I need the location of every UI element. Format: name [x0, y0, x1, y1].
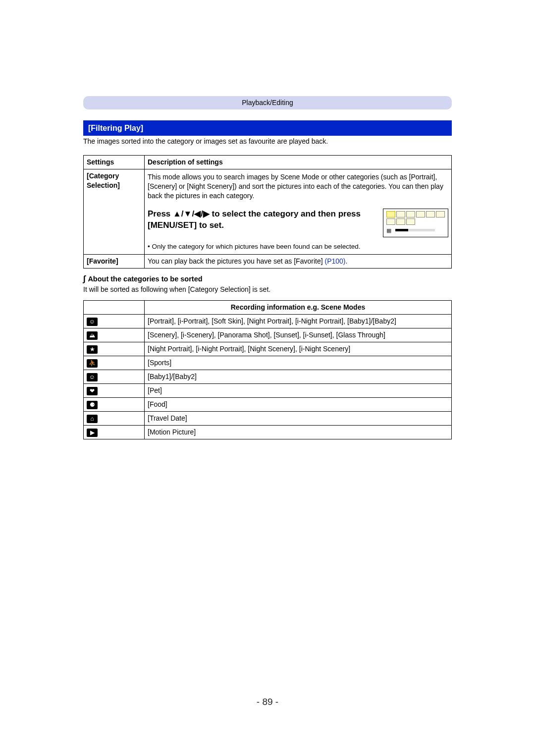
category-selection-preview: ▦: [383, 209, 448, 237]
table-row: ★[Night Portrait], [i-Night Portrait], […: [84, 342, 452, 356]
table-row: ⛰[Scenery], [i-Scenery], [Panorama Shot]…: [84, 328, 452, 342]
settings-head-settings: Settings: [84, 156, 145, 169]
favorite-desc: You can play back the pictures you have …: [145, 255, 452, 269]
category-selection-desc: This mode allows you to search images by…: [145, 169, 452, 255]
scenery-icon: ⛰: [87, 331, 98, 340]
category-icon-cell: ⚈: [84, 397, 145, 411]
table-row: ⛹[Sports]: [84, 356, 452, 370]
favorite-label: [Favorite]: [84, 255, 145, 269]
category-desc-cell: [Travel Date]: [145, 411, 452, 425]
category-icon-cell: ❤: [84, 383, 145, 397]
category-desc-cell: [Baby1]/[Baby2]: [145, 370, 452, 383]
settings-head-description: Description of settings: [145, 156, 452, 169]
table-row: ⌂[Travel Date]: [84, 411, 452, 425]
breadcrumb: Playback/Editing: [83, 96, 452, 109]
pet-icon: ❤: [87, 387, 98, 395]
about-heading: About the categories to be sorted: [83, 273, 452, 285]
intro-text: The images sorted into the category or i…: [83, 137, 452, 146]
categories-head-desc: Recording information e.g. Scene Modes: [145, 300, 452, 314]
categories-head-icon: [84, 300, 145, 314]
page-number: - 89 -: [0, 696, 535, 708]
table-row: ☺[Baby1]/[Baby2]: [84, 370, 452, 383]
category-icon-cell: ☺: [84, 370, 145, 383]
table-row: [Favorite] You can play back the picture…: [84, 255, 452, 269]
baby-icon: ☺: [87, 373, 98, 381]
portrait-icon: ☺: [87, 318, 98, 326]
category-icon-cell: ▶: [84, 425, 145, 439]
category-icon-cell: ☺: [84, 314, 145, 328]
category-desc-cell: [Motion Picture]: [145, 425, 452, 439]
about-desc: It will be sorted as following when [Cat…: [83, 285, 452, 294]
category-selection-instruction: Press ▲/▼/◀/▶ to select the category and…: [148, 209, 374, 231]
travel-date-icon: ⌂: [87, 415, 98, 423]
category-desc-cell: [Food]: [145, 397, 452, 411]
table-row: ❤[Pet]: [84, 383, 452, 397]
category-selection-note: Only the category for which pictures hav…: [148, 242, 448, 251]
table-row: [Category Selection] This mode allows yo…: [84, 169, 452, 255]
food-icon: ⚈: [87, 401, 98, 409]
sd-card-icon: ▦: [386, 227, 391, 234]
favorite-reference-link[interactable]: (P100): [324, 257, 345, 265]
category-desc-cell: [Scenery], [i-Scenery], [Panorama Shot],…: [145, 328, 452, 342]
category-icon-cell: ⌂: [84, 411, 145, 425]
category-icon-cell: ⛰: [84, 328, 145, 342]
table-row: ▶[Motion Picture]: [84, 425, 452, 439]
manual-page: Playback/Editing [Filtering Play] The im…: [0, 0, 535, 756]
category-desc-cell: [Pet]: [145, 383, 452, 397]
table-row: ⚈[Food]: [84, 397, 452, 411]
category-selection-label: [Category Selection]: [84, 169, 145, 255]
night-icon: ★: [87, 345, 98, 354]
category-icon-cell: ⛹: [84, 356, 145, 370]
category-desc-cell: [Night Portrait], [i-Night Portrait], [N…: [145, 342, 452, 356]
settings-table: Settings Description of settings [Catego…: [83, 155, 452, 269]
motion-picture-icon: ▶: [87, 429, 98, 437]
sports-icon: ⛹: [87, 359, 98, 368]
category-selection-description: This mode allows you to search images by…: [148, 171, 448, 202]
category-desc-cell: [Sports]: [145, 356, 452, 370]
categories-table: Recording information e.g. Scene Modes ☺…: [83, 300, 452, 439]
section-title: [Filtering Play]: [83, 120, 452, 136]
category-icon-cell: ★: [84, 342, 145, 356]
table-row: ☺[Portrait], [i-Portrait], [Soft Skin], …: [84, 314, 452, 328]
category-desc-cell: [Portrait], [i-Portrait], [Soft Skin], […: [145, 314, 452, 328]
